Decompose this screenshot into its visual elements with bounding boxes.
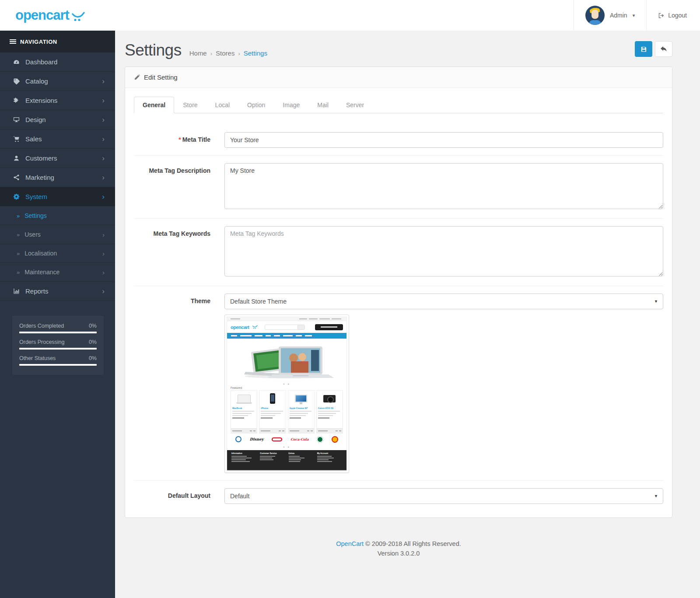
- opencart-footer-link[interactable]: OpenCart: [336, 540, 364, 547]
- camera-image: [323, 395, 336, 402]
- theme-select[interactable]: Default Store Theme: [224, 294, 663, 309]
- preview-product-card: Canon EOS 5D: [316, 390, 343, 434]
- theme-preview-thumbnail: opencart: [224, 315, 349, 473]
- sidebar-item-marketing[interactable]: Marketing ›: [0, 168, 115, 187]
- save-floppy-icon: [640, 46, 647, 52]
- dashboard-icon: [13, 59, 20, 65]
- stat-orders-completed: Orders Completed 0%: [19, 323, 97, 333]
- breadcrumb-separator: ›: [238, 50, 240, 57]
- sidebar-item-label: System: [25, 193, 47, 200]
- chevron-right-icon: ›: [102, 250, 105, 257]
- breadcrumb: Home › Stores › Settings: [189, 49, 267, 57]
- sidebar-subitem-label: Localisation: [24, 250, 57, 257]
- sidebar-subitem-localisation[interactable]: » Localisation ›: [0, 244, 115, 263]
- sidebar-item-label: Customers: [25, 154, 57, 162]
- meta-title-input[interactable]: [224, 132, 663, 148]
- sidebar-item-extensions[interactable]: Extensions ›: [0, 91, 115, 110]
- catalog-tag-icon: [13, 78, 20, 84]
- carousel-dots: • •: [227, 445, 346, 449]
- navigation-header-label: NAVIGATION: [20, 38, 57, 45]
- default-layout-select[interactable]: Default: [224, 488, 663, 504]
- meta-description-group: Meta Tag Description My Store: [134, 156, 663, 219]
- stat-other-statuses: Other Statuses 0%: [19, 355, 97, 366]
- tab-local[interactable]: Local: [206, 97, 238, 113]
- page-title: Settings: [125, 41, 182, 59]
- chevron-right-icon: ›: [102, 116, 105, 123]
- extensions-puzzle-icon: [13, 97, 20, 104]
- sidebar-item-label: Catalog: [25, 77, 48, 85]
- burgerking-logo: [332, 436, 338, 443]
- page-header: Settings Home › Stores › Settings: [125, 31, 672, 59]
- admin-user-dropdown[interactable]: Admin ▾: [574, 0, 646, 31]
- opencart-logo-text: opencart: [15, 7, 69, 23]
- save-button[interactable]: [635, 41, 652, 57]
- meta-title-group: *Meta Title: [134, 125, 663, 156]
- tab-store[interactable]: Store: [174, 97, 206, 113]
- sidebar-item-design[interactable]: Design ›: [0, 110, 115, 129]
- stat-label: Orders Completed: [19, 323, 64, 329]
- preview-footer-bar: [227, 469, 346, 471]
- back-button[interactable]: [655, 41, 672, 57]
- sidebar-subitem-label: Users: [24, 231, 41, 238]
- preview-logo-text: opencart: [231, 325, 249, 330]
- customers-user-icon: [13, 155, 20, 161]
- sidebar-subitem-users[interactable]: » Users ›: [0, 225, 115, 244]
- preview-cart-icon: [252, 325, 258, 329]
- breadcrumb-settings[interactable]: Settings: [244, 49, 267, 57]
- preview-product-card: iPhone: [259, 390, 286, 434]
- chevron-right-icon: ›: [102, 135, 105, 143]
- pencil-icon: [134, 74, 140, 80]
- meta-description-label: Meta Tag Description: [134, 163, 224, 211]
- sidebar-item-catalog[interactable]: Catalog ›: [0, 72, 115, 91]
- undo-arrow-icon: [660, 46, 667, 52]
- tab-option[interactable]: Option: [238, 97, 274, 113]
- preview-cart-button: [315, 324, 343, 330]
- meta-keywords-textarea[interactable]: [224, 226, 663, 276]
- chevron-right-icon: ›: [102, 77, 105, 85]
- nintendo-logo: [272, 437, 282, 441]
- macbook-image: [238, 395, 251, 403]
- order-stats-panel: Orders Completed 0% Orders Processing 0%…: [12, 316, 104, 375]
- breadcrumb-home[interactable]: Home: [189, 49, 207, 57]
- stat-value: 0%: [89, 323, 97, 329]
- dell-logo: [235, 436, 242, 442]
- sidebar-item-label: Sales: [25, 135, 42, 143]
- storefront-preview: opencart: [227, 317, 347, 471]
- tab-general[interactable]: General: [134, 97, 174, 113]
- carousel-dots: • •: [227, 382, 346, 386]
- chevron-right-icon: ›: [102, 174, 105, 181]
- iphone-image: [270, 393, 275, 404]
- reports-chart-icon: [13, 288, 20, 294]
- preview-footer: Information Customer Service Extras My A…: [227, 450, 346, 469]
- stat-label: Other Statuses: [19, 355, 56, 361]
- chevron-right-icon: ›: [102, 287, 105, 295]
- copyright-text: © 2009-2018 All Rights Reserved.: [364, 540, 461, 547]
- chevron-right-icon: ›: [102, 231, 105, 238]
- default-layout-label: Default Layout: [134, 488, 224, 504]
- progress-bar: [19, 348, 97, 350]
- breadcrumb-stores[interactable]: Stores: [216, 49, 234, 57]
- starbucks-logo: [317, 436, 323, 443]
- sidebar-item-dashboard[interactable]: Dashboard: [0, 52, 115, 72]
- system-gear-icon: [13, 193, 20, 200]
- sidebar-item-customers[interactable]: Customers ›: [0, 149, 115, 168]
- logout-button[interactable]: Logout: [646, 0, 700, 31]
- meta-description-textarea[interactable]: My Store: [224, 163, 663, 209]
- sidebar-item-sales[interactable]: Sales ›: [0, 129, 115, 149]
- sidebar-item-reports[interactable]: Reports ›: [0, 282, 115, 301]
- sidebar-navigation: NAVIGATION Dashboard Catalog › Extension…: [0, 31, 115, 598]
- sales-cart-icon: [13, 136, 20, 142]
- meta-title-label: *Meta Title: [134, 132, 224, 148]
- tab-mail[interactable]: Mail: [308, 97, 337, 113]
- submenu-arrow-icon: »: [17, 231, 20, 238]
- preview-featured-label: Featured: [227, 386, 346, 390]
- sidebar-subitem-settings[interactable]: » Settings: [0, 206, 115, 225]
- tab-image[interactable]: Image: [274, 97, 308, 113]
- opencart-logo[interactable]: opencart: [0, 7, 85, 23]
- stat-label: Orders Processing: [19, 339, 65, 345]
- sidebar-subitem-label: Settings: [24, 212, 47, 219]
- sidebar-subitem-maintenance[interactable]: » Maintenance ›: [0, 263, 115, 282]
- tab-server[interactable]: Server: [337, 97, 373, 113]
- sidebar-item-system[interactable]: System ›: [0, 187, 115, 206]
- cocacola-logo: Coca·Cola: [290, 437, 309, 441]
